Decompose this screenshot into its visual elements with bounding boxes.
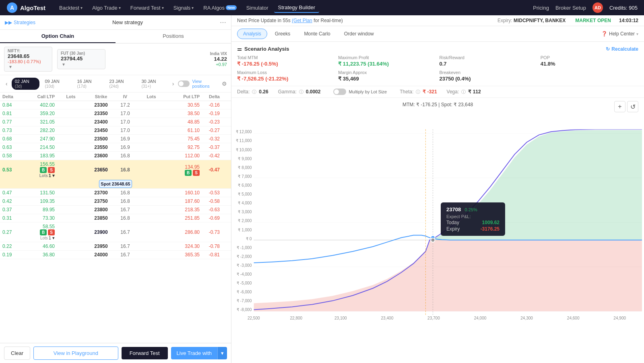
nav-algotrade[interactable]: Algo Trade ▾ bbox=[88, 3, 125, 12]
table-row-23900: 0.27 58.55 B S Lots 1 ▾ 23900 bbox=[0, 223, 231, 242]
scenario-grid: Total MTM ₹ -176.25 (-0.5%) Maximum Prof… bbox=[237, 55, 638, 82]
svg-text:₹ -2,000: ₹ -2,000 bbox=[237, 254, 252, 259]
date-next-button[interactable]: › bbox=[171, 80, 176, 88]
chevron-down-icon: ▾ bbox=[636, 32, 638, 36]
svg-text:₹ -1,000: ₹ -1,000 bbox=[237, 245, 252, 250]
table-row: 0.73 282.20 23450 17.0 61.10 -0.27 bbox=[0, 126, 231, 135]
svg-text:₹ 5,000: ₹ 5,000 bbox=[238, 192, 252, 196]
tab-montecarlo[interactable]: Monte Carlo bbox=[298, 29, 336, 39]
table-row: 0.84 402.00 23300 17.2 30.55 -0.16 bbox=[0, 101, 231, 109]
tab-positions[interactable]: Positions bbox=[116, 30, 231, 43]
table-row: 0.77 321.05 23400 17.0 48.85 -0.23 bbox=[0, 118, 231, 126]
date-chip-09jan[interactable]: 09 JAN (10d) bbox=[42, 78, 72, 90]
strategies-button[interactable]: ▶▶ Strategies bbox=[5, 20, 35, 25]
date-chip-02jan[interactable]: 02 JAN (3d) bbox=[12, 78, 39, 90]
svg-text:23,700: 23,700 bbox=[427, 316, 440, 320]
main-layout: ▶▶ Strategies New strategy ⋯ Option Chai… bbox=[0, 15, 644, 363]
nav-forwardtest[interactable]: Forward Test ▾ bbox=[126, 3, 168, 12]
table-row: 0.37 89.95 23800 16.7 218.35 -0.63 bbox=[0, 206, 231, 214]
recalculate-button[interactable]: ↻ Recalculate bbox=[606, 46, 638, 52]
delta-info-icon[interactable]: ⓘ bbox=[252, 89, 256, 95]
delta-display: Delta: ⓘ 0.26 bbox=[237, 89, 268, 95]
nav-signals[interactable]: Signals ▾ bbox=[169, 3, 198, 12]
tab-option-chain[interactable]: Option Chain bbox=[0, 30, 116, 43]
more-options-icon[interactable]: ⋯ bbox=[220, 19, 226, 26]
zoom-reset-button[interactable]: ↺ bbox=[627, 101, 638, 112]
svg-text:₹ -7,000: ₹ -7,000 bbox=[237, 299, 252, 303]
positions-toggle-switch[interactable] bbox=[178, 80, 190, 87]
credits-display: Credits: 905 bbox=[609, 5, 638, 11]
scenario-title: ⚌ Scenario Analysis ↻ Recalculate bbox=[237, 46, 638, 52]
svg-text:₹ 11,000: ₹ 11,000 bbox=[236, 138, 252, 143]
toggle-knob bbox=[334, 89, 339, 94]
zoom-in-button[interactable]: + bbox=[614, 101, 625, 112]
svg-text:₹ 6,000: ₹ 6,000 bbox=[238, 183, 252, 188]
view-positions-link[interactable]: View positions bbox=[192, 79, 218, 89]
svg-text:24,900: 24,900 bbox=[613, 316, 626, 320]
svg-text:23,400: 23,400 bbox=[381, 316, 394, 320]
settings-icon[interactable]: ⚙ bbox=[222, 80, 227, 87]
nav-strategybuilder[interactable]: Strategy Builder bbox=[274, 3, 320, 13]
expiry-values: MIDCPNIFTY, BANKEX bbox=[514, 18, 566, 23]
sell-call-23900-button[interactable]: S bbox=[48, 229, 55, 235]
clear-button[interactable]: Clear bbox=[4, 346, 30, 360]
date-chip-16jan[interactable]: 16 JAN (17d) bbox=[74, 78, 103, 90]
live-trade-button[interactable]: Live Trade with bbox=[171, 347, 217, 359]
tab-analysis[interactable]: Analysis bbox=[237, 29, 267, 39]
help-center-button[interactable]: ❓ Help Center ▾ bbox=[601, 31, 638, 37]
instrument-header: NIFTY: 23648.65 -183.80 (-0.77%) ▾ FUT (… bbox=[0, 43, 231, 75]
chevron-down-icon: ▾ bbox=[80, 6, 83, 10]
left-panel-header: ▶▶ Strategies New strategy ⋯ bbox=[0, 15, 231, 30]
date-chip-30jan[interactable]: 30 JAN (31+) bbox=[138, 78, 168, 90]
vega-display: Vega: ⓘ ₹ 112 bbox=[447, 89, 481, 95]
tab-orderwindow[interactable]: Order window bbox=[338, 29, 380, 39]
live-trade-dropdown-button[interactable]: ▾ bbox=[217, 347, 227, 359]
multiply-toggle-switch[interactable] bbox=[333, 89, 346, 95]
forward-test-button[interactable]: Forward Test bbox=[122, 347, 168, 359]
chevron-down-icon: ▾ bbox=[192, 6, 194, 10]
nifty-selector[interactable]: NIFTY: 23648.65 -183.80 (-0.77%) ▾ bbox=[4, 47, 52, 72]
svg-text:₹ 1,000: ₹ 1,000 bbox=[238, 228, 252, 232]
svg-text:₹ 8,000: ₹ 8,000 bbox=[238, 165, 252, 170]
nav-simulator[interactable]: Simulator bbox=[242, 3, 272, 12]
tab-greeks[interactable]: Greeks bbox=[269, 29, 297, 39]
india-vix-display: India VIX 14.22 +0.97 bbox=[210, 52, 227, 67]
buy-put-button[interactable]: B bbox=[185, 170, 192, 176]
payoff-chart: ₹ 12,000 ₹ 11,000 ₹ 10,000 ₹ 9,000 ₹ 8,0… bbox=[231, 98, 644, 363]
spot-price-label: Spot 23648.65 bbox=[99, 180, 132, 188]
playground-button[interactable]: View in Playground bbox=[33, 346, 118, 360]
logo[interactable]: A AlgoTest bbox=[6, 2, 45, 13]
market-status: MARKET OPEN bbox=[575, 18, 611, 23]
new-badge: New bbox=[226, 5, 237, 10]
greeks-row: Delta: ⓘ 0.26 Gamma: ⓘ 0.0002 Multiply b… bbox=[231, 86, 644, 98]
max-loss: Maximum Loss ₹ -7,526.25 (-21.22%) bbox=[237, 70, 335, 82]
get-plan-link[interactable]: (Get Plan bbox=[292, 18, 312, 23]
chart-container[interactable]: MTM: ₹ -176.25 | Spot: ₹ 23,648 + ↺ ₹ 12… bbox=[231, 98, 644, 363]
analysis-tabs-bar: Analysis Greeks Monte Carlo Order window… bbox=[231, 26, 644, 42]
sell-put-button[interactable]: S bbox=[193, 170, 200, 176]
market-time: 14:03:12 bbox=[619, 18, 638, 23]
svg-text:₹ 10,000: ₹ 10,000 bbox=[236, 148, 252, 152]
date-chip-23jan[interactable]: 23 JAN (24d) bbox=[106, 78, 136, 90]
scenario-icon: ⚌ bbox=[237, 46, 242, 52]
table-row: 0.68 247.90 23500 16.9 75.45 -0.32 bbox=[0, 135, 231, 143]
view-positions-toggle: View positions ⚙ bbox=[178, 79, 227, 89]
avatar[interactable]: AD bbox=[592, 2, 603, 13]
broker-setup-link[interactable]: Broker Setup bbox=[555, 5, 586, 11]
pop: POP 41.8% bbox=[541, 55, 638, 67]
svg-text:₹ -8,000: ₹ -8,000 bbox=[237, 307, 252, 312]
buy-call-23900-button[interactable]: B bbox=[40, 229, 47, 235]
nav-raalgos[interactable]: RA Algos New bbox=[199, 3, 240, 12]
vega-info-icon[interactable]: ⓘ bbox=[461, 89, 466, 95]
svg-text:22,500: 22,500 bbox=[248, 316, 260, 320]
risk-reward: Risk/Reward 0.7 bbox=[440, 55, 537, 67]
nav-backtest[interactable]: Backtest ▾ bbox=[55, 3, 87, 12]
svg-text:24,000: 24,000 bbox=[474, 316, 487, 320]
theta-info-icon[interactable]: ⓘ bbox=[416, 89, 420, 95]
date-prev-button[interactable]: ‹ bbox=[4, 80, 9, 88]
pricing-link[interactable]: Pricing bbox=[533, 5, 549, 11]
gamma-info-icon[interactable]: ⓘ bbox=[299, 89, 303, 95]
buy-call-button[interactable]: B bbox=[40, 167, 47, 173]
fut-selector[interactable]: FUT (30 Jan) 23794.45 ▾ bbox=[57, 49, 105, 69]
sell-call-button[interactable]: S bbox=[48, 167, 55, 173]
